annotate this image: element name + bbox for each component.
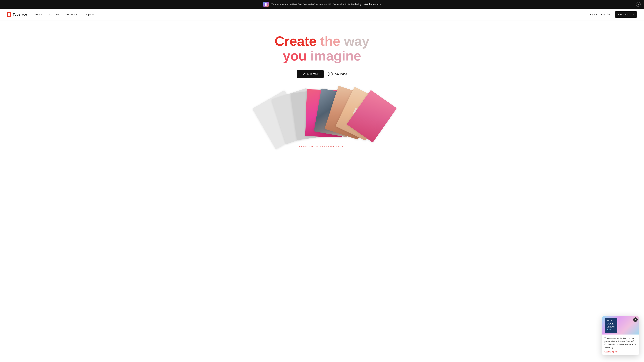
signin-button[interactable]: Sign in bbox=[590, 13, 598, 16]
logo-icon bbox=[7, 12, 12, 17]
hero-section: Create the way you imagine Get a demo > … bbox=[0, 20, 644, 138]
navbar-nav: Product Use Cases Resources Company bbox=[34, 13, 590, 16]
svg-rect-0 bbox=[263, 2, 269, 7]
navbar: Typeface Product Use Cases Resources Com… bbox=[0, 9, 644, 20]
hero-title: Create the way you imagine bbox=[3, 34, 641, 63]
hero-title-create: Create bbox=[275, 34, 316, 49]
navbar-demo-button[interactable]: Get a demo > bbox=[615, 11, 637, 17]
hero-buttons: Get a demo > Play video bbox=[3, 70, 641, 78]
play-video-label: Play video bbox=[334, 72, 347, 76]
hero-demo-button[interactable]: Get a demo > bbox=[297, 70, 324, 78]
nav-item-product[interactable]: Product bbox=[34, 13, 42, 16]
startfree-button[interactable]: Start free bbox=[601, 13, 611, 16]
nav-item-company[interactable]: Company bbox=[83, 13, 94, 16]
svg-rect-1 bbox=[265, 3, 266, 6]
leading-text: LEADING IN ENTERPRISE AI bbox=[299, 145, 345, 148]
banner-logo bbox=[263, 2, 269, 7]
banner-message: Typeface Named in First Ever Gartner® Co… bbox=[271, 3, 362, 6]
hero-title-imagine: imagine bbox=[310, 48, 361, 63]
banner-close-button[interactable]: × bbox=[636, 2, 641, 7]
svg-marker-3 bbox=[330, 73, 331, 75]
logo-text: Typeface bbox=[13, 12, 27, 16]
top-banner: Typeface Named in First Ever Gartner® Co… bbox=[0, 0, 644, 9]
logo-icon-inner bbox=[8, 13, 10, 16]
leading-text-section: LEADING IN ENTERPRISE AI bbox=[0, 138, 644, 151]
nav-item-use-cases[interactable]: Use Cases bbox=[48, 13, 60, 16]
navbar-logo[interactable]: Typeface bbox=[7, 12, 27, 17]
hero-image-fan bbox=[265, 88, 379, 138]
hero-title-the: the bbox=[320, 34, 340, 49]
play-icon bbox=[328, 72, 332, 76]
hero-title-way: way bbox=[344, 34, 369, 49]
svg-rect-2 bbox=[266, 3, 267, 6]
navbar-actions: Sign in Start free Get a demo > bbox=[590, 11, 637, 17]
hero-title-you: you bbox=[283, 48, 307, 63]
nav-item-resources[interactable]: Resources bbox=[66, 13, 78, 16]
banner-report-link[interactable]: Get the report > bbox=[364, 3, 380, 6]
play-video-button[interactable]: Play video bbox=[328, 72, 347, 76]
